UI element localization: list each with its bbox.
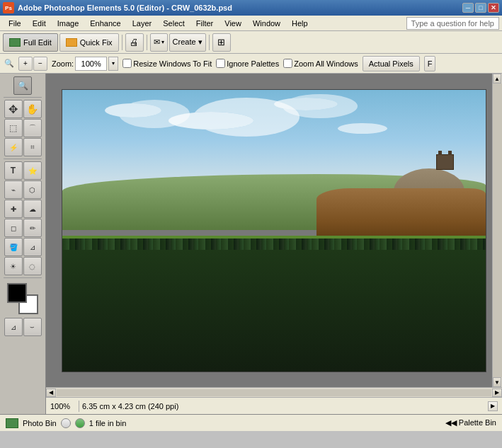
maximize-button[interactable]: □: [475, 3, 486, 13]
menu-image[interactable]: Image: [52, 16, 85, 30]
eyedropper-tool[interactable]: ⊿: [4, 318, 23, 336]
zoom-label: Zoom:: [52, 59, 74, 68]
crop-tool[interactable]: ⌗: [23, 138, 42, 156]
toolbar-separator-2: [147, 35, 147, 50]
photo-bin-btn-1[interactable]: [61, 418, 71, 428]
zoom-in-button[interactable]: +: [18, 57, 33, 71]
quick-fix-icon: [66, 38, 77, 47]
photo-bin-btn-2[interactable]: [75, 418, 85, 428]
menu-select[interactable]: Select: [157, 16, 190, 30]
scroll-down-button[interactable]: ▼: [493, 377, 501, 387]
zoom-tool[interactable]: 🔍: [13, 76, 32, 95]
menu-bar: File Edit Image Enhance Layer Select Fil…: [0, 16, 502, 31]
options-bar: 🔍 + − Zoom: ▾ Resize Windows To Fit Igno…: [0, 54, 502, 74]
shape-tool[interactable]: ⬡: [23, 180, 42, 199]
minimize-button[interactable]: ─: [462, 3, 474, 13]
status-nav-button[interactable]: ▶: [488, 401, 498, 411]
tool-row-1: 🔍: [13, 76, 32, 95]
forest-layer: [62, 247, 486, 371]
ignore-palettes-checkbox[interactable]: Ignore Palettes: [216, 59, 279, 68]
zoom-all-windows-input[interactable]: [283, 59, 292, 68]
pencil-tool[interactable]: ✏: [23, 219, 42, 237]
zoom-in-out-buttons: + −: [18, 57, 47, 71]
tool-row-9: 🪣 ⊿: [4, 238, 42, 256]
zoom-out-button[interactable]: −: [33, 57, 47, 71]
main-area: 🔍 ✥ ✋ ⬚ ⌒ ⚡ ⌗ T ⭐ ⌁ ⬡ ✚ ☁ ◻ ✏: [0, 74, 502, 414]
status-dimensions: 6.35 cm x 4.23 cm (240 ppi): [82, 402, 485, 410]
marquee-tool[interactable]: ⬚: [4, 119, 23, 137]
zoom-input[interactable]: [75, 57, 107, 71]
tool-divider-1: [4, 97, 42, 98]
clone-tool[interactable]: ☁: [23, 200, 42, 218]
full-edit-icon: [9, 38, 21, 47]
menu-file[interactable]: File: [3, 16, 27, 30]
create-button[interactable]: Create ▾: [169, 33, 206, 52]
h-scroll-track[interactable]: [57, 389, 491, 396]
resize-windows-input[interactable]: [122, 59, 132, 68]
gradient-tool[interactable]: ⊿: [23, 238, 42, 256]
blur-tool[interactable]: ◌: [23, 257, 42, 275]
menu-help[interactable]: Help: [286, 16, 314, 30]
print-button[interactable]: 🖨: [125, 33, 144, 52]
tool-divider-3: [4, 277, 42, 278]
scroll-right-button[interactable]: ▶: [492, 389, 502, 397]
photo-bin-area: Photo Bin 1 file in bin: [6, 418, 126, 428]
photo-bin-label: Photo Bin: [23, 419, 57, 427]
scroll-up-button[interactable]: ▲: [493, 74, 501, 84]
actual-pixels-button[interactable]: Actual Pixels: [363, 56, 420, 71]
toolbar-separator-1: [122, 35, 122, 50]
type-tool[interactable]: T: [4, 161, 23, 180]
heal-tool[interactable]: ✚: [4, 200, 23, 218]
brush-tool[interactable]: ⌁: [4, 180, 23, 199]
vertical-scrollbar[interactable]: ▲ ▼: [492, 74, 502, 387]
resize-windows-label: Resize Windows To Fit: [133, 59, 212, 68]
resize-windows-checkbox[interactable]: Resize Windows To Fit: [122, 59, 212, 68]
close-button[interactable]: ✕: [488, 3, 499, 13]
zoom-all-windows-checkbox[interactable]: Zoom All Windows: [283, 59, 358, 68]
dodge-tool[interactable]: ☀: [4, 257, 23, 275]
status-separator-1: [79, 401, 79, 412]
menu-window[interactable]: Window: [247, 16, 286, 30]
fit-button[interactable]: F: [424, 56, 436, 71]
bottom-bar: Photo Bin 1 file in bin ◀◀ Palette Bin: [0, 414, 502, 431]
lasso-tool[interactable]: ⌒: [23, 119, 42, 137]
tool-row-3: ⬚ ⌒: [4, 119, 42, 137]
create-label: Create ▾: [173, 38, 202, 47]
full-edit-button[interactable]: Full Edit: [3, 33, 58, 52]
foreground-color-swatch[interactable]: [7, 283, 27, 303]
hand-tool[interactable]: ✋: [23, 100, 42, 118]
help-placeholder: Type a question for help: [411, 19, 494, 28]
toolbar-separator-3: [209, 35, 210, 50]
window-title: Adobe Photoshop Elements 5.0 (Editor) - …: [18, 4, 462, 12]
tool-row-7: ✚ ☁: [4, 200, 42, 218]
ignore-palettes-input[interactable]: [216, 59, 225, 68]
eraser-tool[interactable]: ◻: [4, 219, 23, 237]
paint-bucket-tool[interactable]: 🪣: [4, 238, 23, 256]
help-search[interactable]: Type a question for help: [406, 17, 499, 30]
magic-wand-tool[interactable]: ⚡: [4, 138, 23, 156]
files-count: 1 file in bin: [89, 419, 127, 427]
photo-canvas: [62, 89, 486, 372]
menu-enhance[interactable]: Enhance: [84, 16, 126, 30]
color-swatches[interactable]: [7, 283, 38, 314]
move-tool[interactable]: ✥: [4, 100, 23, 118]
menu-filter[interactable]: Filter: [190, 16, 219, 30]
window-controls: ─ □ ✕: [462, 3, 499, 13]
smudge-tool[interactable]: ⌣: [23, 318, 42, 336]
scroll-left-button[interactable]: ◀: [46, 389, 56, 397]
ignore-palettes-label: Ignore Palettes: [227, 59, 279, 68]
quick-fix-button[interactable]: Quick Fix: [59, 33, 119, 52]
menu-edit[interactable]: Edit: [27, 16, 52, 30]
menu-layer[interactable]: Layer: [127, 16, 158, 30]
email-button[interactable]: ✉▾: [150, 33, 168, 52]
menu-view[interactable]: View: [219, 16, 247, 30]
grid-button[interactable]: ⊞: [212, 33, 231, 52]
canvas-area[interactable]: ▲ ▼: [46, 74, 502, 387]
v-scroll-track[interactable]: [493, 84, 502, 377]
palette-bin-area: ◀◀ Palette Bin: [445, 418, 496, 427]
zoom-dropdown-arrow[interactable]: ▾: [108, 57, 118, 71]
palette-bin-label[interactable]: ◀◀ Palette Bin: [445, 418, 496, 427]
horizontal-scrollbar: ◀ ▶: [46, 387, 502, 397]
canvas-wrapper: ▲ ▼: [46, 74, 502, 414]
custom-shape-tool[interactable]: ⭐: [23, 161, 42, 180]
